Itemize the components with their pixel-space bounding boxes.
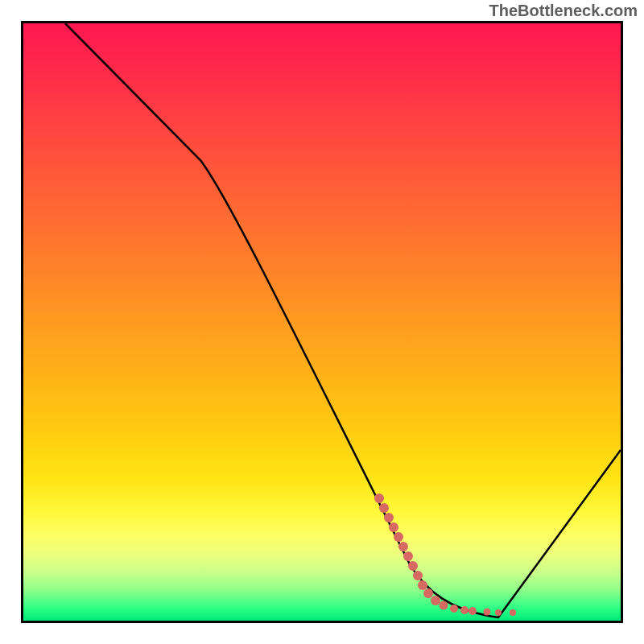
svg-point-12 xyxy=(440,601,448,610)
svg-point-13 xyxy=(450,605,458,613)
highlight-dots-group xyxy=(374,493,516,616)
svg-point-14 xyxy=(460,606,469,614)
svg-point-7 xyxy=(408,561,418,571)
svg-point-11 xyxy=(431,596,440,605)
watermark-text: TheBottleneck.com xyxy=(489,2,638,20)
svg-point-6 xyxy=(403,551,413,561)
svg-point-5 xyxy=(398,542,408,551)
svg-point-9 xyxy=(418,580,427,590)
svg-point-8 xyxy=(413,571,423,580)
bottleneck-curve-line xyxy=(65,23,621,617)
svg-point-15 xyxy=(469,607,477,615)
svg-point-1 xyxy=(379,503,389,513)
svg-point-0 xyxy=(374,493,384,503)
svg-point-10 xyxy=(423,588,433,598)
svg-point-3 xyxy=(389,522,398,532)
chart-svg xyxy=(23,23,621,621)
svg-point-4 xyxy=(394,532,403,542)
svg-point-16 xyxy=(484,609,491,616)
svg-point-18 xyxy=(510,609,516,616)
svg-point-17 xyxy=(495,609,502,616)
chart-plot-area xyxy=(21,21,623,623)
svg-point-2 xyxy=(384,513,394,522)
